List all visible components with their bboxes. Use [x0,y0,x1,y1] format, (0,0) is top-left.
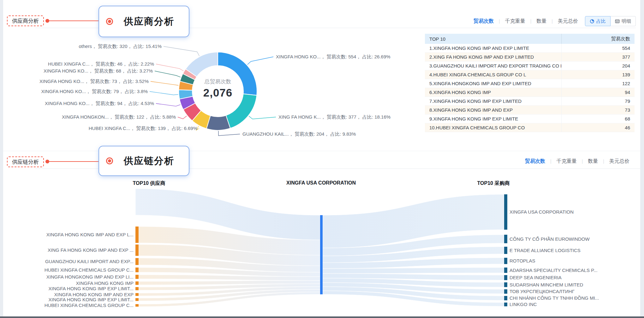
table-cell-value: 122 [561,79,635,88]
tab-separator: | [582,159,583,164]
sankey-supplier-node[interactable] [135,293,139,296]
sankey-buyer-label: SUDARSHAN MINCHEM LIMITED [510,282,583,288]
sankey-buyer-label: DEEP SEA INGENIERIA [510,274,562,281]
donut-label-line [156,64,183,71]
sankey-buyer-node[interactable] [504,194,507,230]
donut-label-line [156,103,180,106]
table-cell-company: 5.XINGFA HONGKONG IMP AND EXP LIMITED [425,81,561,86]
donut-label-line [150,91,178,95]
detail-view-button[interactable]: 明细 [611,16,636,26]
tab-separator: | [552,19,553,24]
donut-label-line [164,46,199,56]
sankey-supplier-node[interactable] [135,287,139,290]
metric-tab[interactable]: 数量 [588,158,598,165]
metric-tab[interactable]: 千克重量 [505,18,525,25]
supply-chain-metric-tabs: 贸易次数|千克重量|数量|美元总价 [525,156,629,167]
table-cell-company: 4.HUBEI XINGFA CHEMICALS GROUP CO L [425,72,561,77]
metric-tab[interactable]: 贸易次数 [525,158,545,165]
table-row: 2.XING FA HONG KONG IMP AND EXP LIMITED3… [425,53,635,62]
pie-view-button[interactable]: 占比 [585,16,611,26]
sankey-buyer-node[interactable] [504,235,507,243]
donut-slice-label: others， 贸易次数: 320， 占比: 15.41% [79,44,162,49]
donut-label-line [249,116,276,119]
supplier-callout: 供应商分析 [98,6,189,37]
table-row: 8.XINGFA HONG KONG IMP AND EXP73 [425,106,635,115]
sankey-buyer-node[interactable] [504,282,507,287]
table-cell-value: 377 [561,53,635,61]
table-row: 1.XINGFA HONG KONG IMP AND EXP LIMITE554 [425,44,635,53]
table-row: 4.HUBEI XINGFA CHEMICALS GROUP CO L139 [425,70,635,79]
metric-tab[interactable]: 千克重量 [557,158,577,165]
sankey-column-suppliers: TOP10 供应商 [133,180,165,187]
donut-label-line [247,57,273,65]
donut-slice-label: HUBEI XINGFA C...， 贸易次数: 46， 占比: 2.22% [48,61,154,67]
tab-separator: | [603,159,604,164]
annotation-dot [45,19,49,23]
supplier-metric-tabs: 贸易次数|千克重量|数量|美元总价 占比 明细 [474,16,636,26]
table-cell-value: 68 [561,115,635,123]
sankey-buyer-node[interactable] [504,303,507,306]
donut-slice-label: XINGFA HONG KO...， 贸易次数: 79， 占比: 3.8% [41,89,148,94]
tab-separator: | [550,159,552,164]
pie-icon [590,19,594,24]
sankey-supplier-label: HUBEI XINGFA CHEMICALS GROUP C... [45,267,134,273]
table-cell-company: 7.XINGFA HONG KONG IMP EXP LIMITED [425,98,561,104]
sankey-supplier-node[interactable] [135,244,139,256]
sankey-supplier-node[interactable] [135,268,139,272]
donut-slice-label: XINGFA HONG KO...， 贸易次数: 68， 占比: 3.27% [44,68,153,74]
donut-center-label: 总贸易次数 [183,78,253,85]
sankey-buyer-node[interactable] [504,275,507,280]
table-body: 1.XINGFA HONG KONG IMP AND EXP LIMITE554… [425,44,635,132]
supplier-callout-title: 供应商分析 [124,15,174,28]
supply-chain-section-label: 供应链分析 [7,156,44,167]
sankey-supplier-node[interactable] [135,275,139,279]
donut-slice-label: HUBEI XINGFA C...， 贸易次数: 139， 占比: 6.69% [89,126,197,131]
sankey-supplier-node[interactable] [135,258,139,265]
view-button-label: 明细 [622,18,631,24]
sankey-supplier-node[interactable] [135,227,139,243]
table-cell-company: 10.HUBEI XINGFA CHEMICALS GROUP CO [425,125,561,130]
table-row: 9.XINGFA HONG KONG IMP EXP LIMITE68 [425,115,635,123]
sankey-buyer-label: ROTOPLAS [510,258,535,264]
metric-tab[interactable]: 贸易次数 [474,18,494,25]
sankey-buyer-label: CHI NHÁNH CÔNG TY TNHH ĐỒNG MI... [510,295,599,301]
supply-chain-callout-title: 供应链分析 [124,155,174,168]
sankey-supplier-label: XING FA HONG KONG IMP AND EXP ... [48,247,134,253]
sankey-flow [323,268,504,274]
left-page-gutter [0,0,3,318]
metric-tab[interactable]: 美元总价 [558,18,578,25]
sankey-supplier-label: XINGFA HONG KONG IMP EXP LIMIT... [48,286,134,292]
sankey-column-center: XINGFA USA CORPORATION [286,180,356,186]
table-cell-value: 94 [561,88,635,97]
sankey-buyer-node[interactable] [504,258,507,264]
donut-label-line [155,71,181,77]
sankey-supplier-node[interactable] [135,281,139,285]
sankey-supplier-label: XINGFA HONG KONG IMP AND EXP L... [46,232,134,238]
sankey-supplier-node[interactable] [135,298,139,301]
donut-slice-label: XINGFA HONG KO...， 贸易次数: 554， 占比: 26.69% [276,54,391,60]
supply-chain-callout: 供应链分析 [98,146,189,176]
table-cell-company: 8.XINGFA HONG KONG IMP AND EXP [425,107,561,113]
target-icon [106,18,113,25]
table-cell-company: 3.GUANGZHOU KAILI IMPORT AND EXPORT TRAD… [425,63,561,68]
sankey-buyer-node[interactable] [504,268,507,273]
table-cell-company: 2.XING FA HONG KONG IMP AND EXP LIMITED [425,54,561,60]
donut-label-line [151,81,178,85]
view-button-label: 占比 [596,18,606,24]
donut-slice-label: XINGFA HONG KO...， 贸易次数: 94， 占比: 4.53% [45,101,154,106]
donut-slice-label: XINGFA HONGKON...， 贸易次数: 122， 占比: 5.88% [62,114,176,120]
table-cell-value: 73 [561,106,635,114]
donut-label-line [218,131,240,136]
table-cell-value: 79 [561,97,635,105]
sankey-buyer-node[interactable] [504,247,507,254]
table-header-trade-count: 贸易次数 [561,34,635,44]
table-cell-company: 1.XINGFA HONG KONG IMP AND EXP LIMITE [425,45,561,51]
sankey-buyer-node[interactable] [504,289,507,294]
supplier-section-label: 供应商分析 [7,15,44,26]
sankey-buyer-node[interactable] [504,296,507,300]
metric-tab[interactable]: 美元总价 [609,158,629,165]
sankey-supplier-node[interactable] [135,304,139,307]
metric-tab[interactable]: 数量 [536,18,546,25]
sankey-supplier-label: HUBEI XINGFA CHEMICALS GROUP C... [45,302,134,309]
sankey-center-node[interactable] [320,215,323,294]
